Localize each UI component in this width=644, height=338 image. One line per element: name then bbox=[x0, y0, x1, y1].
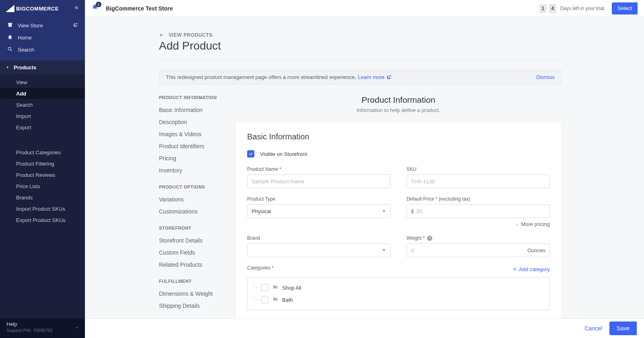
brand-select[interactable] bbox=[247, 243, 390, 257]
section-nav-variations[interactable]: Variations bbox=[159, 193, 235, 205]
back-link[interactable]: VIEW PRODUCTS bbox=[159, 32, 561, 38]
trial-digit-1: 1 bbox=[539, 4, 547, 13]
card-title: Basic Information bbox=[247, 132, 550, 141]
section-nav-description[interactable]: Description bbox=[159, 116, 235, 128]
section-subtitle: Information to help define a product. bbox=[235, 107, 561, 113]
svg-point-0 bbox=[8, 47, 11, 50]
product-type-select[interactable]: Physical bbox=[247, 204, 390, 218]
weight-input-wrap: Ounces bbox=[407, 243, 550, 257]
price-label: Default Price * (excluding tax) bbox=[407, 196, 550, 202]
alert-dismiss[interactable]: Dismiss bbox=[537, 74, 555, 80]
product-name-label: Product Name * bbox=[247, 166, 390, 172]
visible-label: Visible on Storefront bbox=[260, 151, 307, 157]
section-nav-images-videos[interactable]: Images & Videos bbox=[159, 128, 235, 140]
nav-item-home[interactable]: Home bbox=[0, 31, 85, 44]
section-nav-inventory[interactable]: Inventory bbox=[159, 164, 235, 176]
subnav-search[interactable]: Search bbox=[0, 99, 85, 110]
subnav-add[interactable]: Add bbox=[0, 88, 85, 99]
weight-input[interactable] bbox=[411, 247, 525, 253]
category-label: Shop All bbox=[282, 285, 301, 291]
categories-label: Categories * bbox=[247, 265, 274, 271]
store-name: BigCommerce Test Store bbox=[106, 5, 173, 12]
visible-checkbox[interactable] bbox=[247, 150, 254, 158]
categories-tree: Shop AllBath bbox=[247, 277, 550, 310]
notification-count: 1 bbox=[96, 2, 101, 7]
subnav-product-filtering[interactable]: Product Filtering bbox=[0, 158, 85, 169]
sku-label: SKU bbox=[407, 166, 550, 172]
section-title: Product Information bbox=[235, 95, 561, 105]
help-bar[interactable]: Help Support PIN: 75095782 bbox=[0, 318, 85, 338]
cancel-button[interactable]: Cancel bbox=[584, 325, 602, 332]
category-checkbox[interactable] bbox=[261, 296, 268, 303]
add-category-link[interactable]: Add category bbox=[512, 266, 550, 272]
visible-row: Visible on Storefront bbox=[247, 150, 550, 158]
section-nav-storefront-details[interactable]: Storefront Details bbox=[159, 234, 235, 247]
logo-icon bbox=[6, 5, 14, 12]
section-nav-basic-information[interactable]: Basic Information bbox=[159, 104, 235, 116]
section-nav-dimensions-weight[interactable]: Dimensions & Weight bbox=[159, 288, 235, 300]
caret-down-icon bbox=[382, 209, 386, 213]
arrow-left-icon bbox=[159, 32, 165, 38]
subnav-import[interactable]: Import bbox=[0, 110, 85, 122]
product-type-label: Product Type bbox=[247, 196, 390, 202]
folder-icon bbox=[272, 296, 278, 303]
section-nav-customizations[interactable]: Customizations bbox=[159, 205, 235, 218]
logo-row: BIGCOMMERCE bbox=[0, 0, 85, 17]
section-nav-shipping-details[interactable]: Shipping Details bbox=[159, 300, 235, 312]
plus-icon bbox=[512, 267, 517, 272]
product-name-input[interactable] bbox=[247, 174, 390, 188]
subnav-price-lists[interactable]: Price Lists bbox=[0, 180, 85, 192]
external-link-icon bbox=[73, 23, 78, 29]
subnav-product-reviews[interactable]: Product Reviews bbox=[0, 169, 85, 180]
notification-bell[interactable]: 1 bbox=[91, 4, 99, 13]
section-nav-custom-fields[interactable]: Custom Fields bbox=[159, 247, 235, 259]
help-title: Help bbox=[6, 321, 78, 327]
subnav-2: Product CategoriesProduct FilteringProdu… bbox=[0, 144, 85, 228]
nav-header-products[interactable]: Products bbox=[0, 60, 85, 74]
save-button[interactable]: Save bbox=[609, 321, 637, 335]
subnav-view[interactable]: View bbox=[0, 77, 85, 88]
info-alert: This redesigned product management page … bbox=[159, 70, 561, 85]
caret-down-icon bbox=[382, 248, 386, 252]
section-nav-related-products[interactable]: Related Products bbox=[159, 259, 235, 271]
subnav-brands[interactable]: Brands bbox=[0, 192, 85, 203]
logo[interactable]: BIGCOMMERCE bbox=[6, 5, 59, 12]
sku-input[interactable] bbox=[407, 174, 550, 188]
external-link-icon bbox=[386, 75, 391, 80]
select-plan-button[interactable]: Select bbox=[612, 2, 638, 15]
store-icon bbox=[7, 22, 13, 29]
chevron-right-icon bbox=[515, 222, 519, 226]
category-label: Bath bbox=[282, 297, 293, 303]
subnav-export[interactable]: Export bbox=[0, 122, 85, 133]
home-icon bbox=[7, 34, 13, 41]
alert-learn-more[interactable]: Learn more bbox=[358, 74, 391, 80]
more-pricing-link[interactable]: More pricing bbox=[407, 221, 550, 227]
check-icon bbox=[248, 151, 253, 156]
price-input[interactable] bbox=[416, 208, 545, 214]
subnav-export-product-skus[interactable]: Export Product SKUs bbox=[0, 214, 85, 226]
subnav-import-product-skus[interactable]: Import Product SKUs bbox=[0, 203, 85, 214]
section-nav-head: FULFILLMENT bbox=[159, 279, 235, 284]
section-nav-product-identifiers[interactable]: Product Identifiers bbox=[159, 140, 235, 152]
alert-text: This redesigned product management page … bbox=[166, 74, 356, 80]
product-type-value: Physical bbox=[252, 208, 271, 214]
price-input-wrap: $ bbox=[407, 204, 550, 218]
help-icon[interactable]: ? bbox=[427, 236, 432, 241]
page-scroll[interactable]: VIEW PRODUCTS Add Product This redesigne… bbox=[85, 17, 644, 318]
footer-bar: Cancel Save bbox=[85, 318, 644, 338]
topbar: 1 BigCommerce Test Store 1 4 Days left i… bbox=[85, 0, 644, 17]
section-nav-head: PRODUCT INFORMATION bbox=[159, 95, 235, 100]
section-nav-pricing[interactable]: Pricing bbox=[159, 152, 235, 164]
basic-info-card: Basic Information Visible on Storefront … bbox=[235, 121, 561, 318]
subnav-product-categories[interactable]: Product Categories bbox=[0, 147, 85, 158]
category-row: Bath bbox=[253, 294, 544, 306]
weight-label: Weight * ? bbox=[407, 235, 550, 241]
divider bbox=[159, 60, 561, 61]
section-nav: PRODUCT INFORMATIONBasic InformationDesc… bbox=[159, 95, 235, 318]
collapse-icon[interactable] bbox=[74, 5, 79, 12]
nav-item-search[interactable]: Search bbox=[0, 44, 85, 56]
nav-item-view-store[interactable]: View Store bbox=[0, 19, 85, 31]
sidebar: BIGCOMMERCE View StoreHomeSearch Product… bbox=[0, 0, 85, 338]
currency-symbol: $ bbox=[411, 208, 414, 214]
category-checkbox[interactable] bbox=[261, 284, 268, 291]
